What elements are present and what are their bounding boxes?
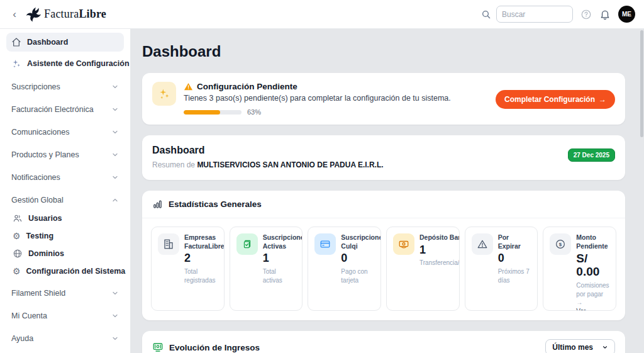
chevron-down-icon xyxy=(111,289,119,297)
company-name: MULTISERVICIOS SAN ANTONIO DE PADUA E.I.… xyxy=(197,160,383,169)
date-range-select[interactable]: Último mes xyxy=(545,339,615,353)
search-icon[interactable] xyxy=(481,9,491,20)
sidebar-group-notificaciones[interactable]: Notificaciones xyxy=(6,169,124,186)
hummingbird-logo-icon xyxy=(25,6,42,23)
sidebar-item-asistente-configuracion[interactable]: Asistente de Configuración 3 xyxy=(6,54,124,73)
stat-card-suscripciones-activas[interactable]: Suscripciones Activas 1 Total activas xyxy=(230,227,303,311)
logo-text: FacturaLibre xyxy=(44,8,106,21)
setup-progress-bar xyxy=(184,110,242,115)
money-monitor-icon xyxy=(152,342,164,353)
main-content: Dashboard Configuración Pendiente Tienes… xyxy=(131,29,644,353)
back-button[interactable]: ‹ xyxy=(5,8,24,21)
stat-card-por-expirar[interactable]: Por Expirar 0 Próximos 7 días xyxy=(465,227,538,311)
document-check-icon xyxy=(236,233,258,255)
globe-icon xyxy=(13,249,23,259)
sidebar-group-facturacion-electronica[interactable]: Facturación Electrónica xyxy=(6,101,124,118)
chevron-down-icon xyxy=(111,312,119,320)
warning-triangle-icon xyxy=(184,82,193,91)
stats-row: Empresas FacturaLibre 2 Total registrada… xyxy=(142,218,625,320)
chevron-down-icon xyxy=(111,335,119,342)
sidebar-item-label: Dashboard xyxy=(27,38,68,47)
sidebar: Dashboard Asistente de Configuración 3 S… xyxy=(0,29,131,353)
help-icon[interactable] xyxy=(580,9,592,20)
users-icon xyxy=(13,213,23,223)
sidebar-item-usuarios[interactable]: Usuarios xyxy=(6,210,124,227)
chevron-down-icon xyxy=(111,128,119,136)
sidebar-item-configuracion-del-sistema[interactable]: ⚙ Configuración del Sistema xyxy=(6,263,124,279)
stat-card-monto-pendiente[interactable]: $ Monto Pendiente S/ 0.00 Comisiones por… xyxy=(543,227,616,311)
summary-subtitle: Resumen de MULTISERVICIOS SAN ANTONIO DE… xyxy=(152,160,384,169)
stat-value: 0 xyxy=(341,252,374,265)
svg-text:$: $ xyxy=(559,242,562,247)
chevron-down-icon xyxy=(111,151,119,159)
sidebar-item-dashboard[interactable]: Dashboard xyxy=(6,33,124,52)
sidebar-item-label: Asistente de Configuración xyxy=(27,59,130,68)
banknote-icon xyxy=(393,233,414,255)
alert-title: Configuración Pendiente xyxy=(197,82,297,91)
stat-value: S/ 0.00 xyxy=(576,252,609,279)
notifications-bell-icon[interactable] xyxy=(599,9,611,20)
date-badge: 27 Dec 2025 xyxy=(568,148,615,162)
app-logo[interactable]: FacturaLibre xyxy=(25,6,106,23)
stat-value: 2 xyxy=(184,252,218,265)
building-icon xyxy=(158,233,179,255)
home-icon xyxy=(11,37,21,47)
stat-value: 1 xyxy=(419,244,453,257)
sidebar-group-comunicaciones[interactable]: Comunicaciones xyxy=(6,123,124,141)
sidebar-group-gestion-global[interactable]: Gestión Global xyxy=(6,191,124,209)
arrow-right-icon: → xyxy=(599,95,606,104)
complete-configuration-button[interactable]: Completar Configuración → xyxy=(496,90,615,109)
summary-title: Dashboard xyxy=(152,145,384,156)
stat-value: 1 xyxy=(263,252,296,265)
sidebar-group-mi-cuenta[interactable]: Mi Cuenta xyxy=(6,307,124,325)
configuration-pending-banner: Configuración Pendiente Tienes 3 paso(s)… xyxy=(142,73,625,125)
chart-section-title: Evolución de Ingresos xyxy=(169,343,260,352)
chevron-down-icon xyxy=(111,106,119,113)
chevron-up-icon xyxy=(111,196,119,204)
general-statistics-card: Estadísticas Generales Empresas FacturaL… xyxy=(142,191,625,320)
page-title: Dashboard xyxy=(142,43,625,60)
stat-card-suscripciones-culqi[interactable]: Suscripciones Culqi 0 Pago con tarjeta xyxy=(308,227,381,311)
dollar-circle-icon: $ xyxy=(550,233,571,255)
sidebar-group-suscripciones[interactable]: Suscripciones xyxy=(6,78,124,96)
sidebar-group-ayuda[interactable]: Ayuda xyxy=(6,330,124,347)
chevron-down-icon xyxy=(111,83,119,91)
setup-progress-label: 63% xyxy=(247,108,261,116)
sidebar-item-dominios[interactable]: Dominios xyxy=(6,245,124,262)
stat-card-empresas[interactable]: Empresas FacturaLibre 2 Total registrada… xyxy=(151,227,225,311)
credit-card-icon xyxy=(314,233,336,255)
bar-chart-icon xyxy=(152,199,163,210)
warning-triangle-icon xyxy=(472,233,493,255)
user-avatar[interactable]: ME xyxy=(618,6,635,23)
dashboard-summary-card: Dashboard Resumen de MULTISERVICIOS SAN … xyxy=(142,135,625,180)
stat-value: 0 xyxy=(498,252,531,265)
sparkles-icon xyxy=(11,59,21,69)
stat-card-deposito-bancario[interactable]: Depósito Bancari 1 Transferencia/depó xyxy=(386,227,460,311)
sidebar-group-filament-shield[interactable]: Filament Shield xyxy=(6,284,124,302)
alert-description: Tienes 3 paso(s) pendiente(s) para compl… xyxy=(184,94,487,103)
sparkles-badge-icon xyxy=(152,82,176,106)
vertical-scrollbar[interactable] xyxy=(640,30,643,137)
chevron-down-icon xyxy=(602,344,608,350)
ver-link[interactable]: Ver xyxy=(576,308,586,311)
sidebar-group-productos-y-planes[interactable]: Productos y Planes xyxy=(6,146,124,164)
stats-section-title: Estadísticas Generales xyxy=(169,199,262,209)
setup-progress-fill xyxy=(184,110,220,115)
chevron-down-icon xyxy=(111,174,119,181)
search-input[interactable] xyxy=(496,6,573,23)
gear-icon: ⚙ xyxy=(13,267,21,276)
sidebar-item-testing[interactable]: ⚙ Testing xyxy=(6,228,124,244)
income-evolution-card: Evolución de Ingresos Último mes S/ 60 xyxy=(142,331,625,353)
gear-icon: ⚙ xyxy=(13,232,21,240)
topbar: ‹ FacturaLibre ME xyxy=(0,0,644,29)
